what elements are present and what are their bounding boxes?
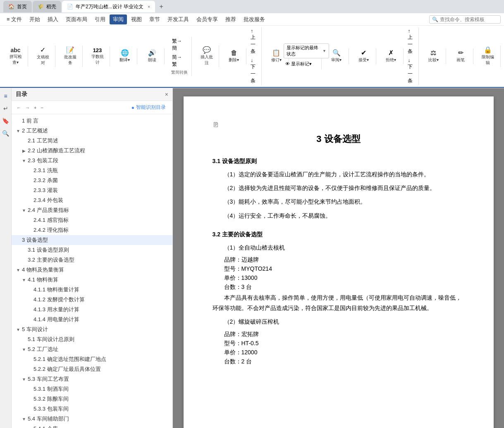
sidebar-tool-collapse[interactable]: −	[39, 104, 45, 111]
ribbon-btn-translate[interactable]: 🌐 翻译▾	[117, 48, 132, 64]
toc-item[interactable]: ▼5.3 车间工艺布置	[12, 374, 172, 384]
ribbon-btn-simp-to-trad[interactable]: 简→繁	[170, 53, 188, 69]
toc-content[interactable]: 1 前 言▼2 工艺概述 2.1 工艺简述▶2.2 山楂酒酿造工艺流程▼2.3 …	[12, 114, 172, 428]
ribbon-btn-prev2[interactable]: ↑ 上一条	[406, 27, 416, 56]
sidebar-tool-back[interactable]: ←	[15, 104, 23, 111]
toc-item[interactable]: 2.1 工艺简述	[12, 136, 172, 146]
toc-expand-icon[interactable]: ▼	[21, 208, 26, 213]
browser-tab-home[interactable]: 🏠 首页	[3, 1, 32, 12]
toc-expand-icon[interactable]: ▼	[16, 267, 21, 272]
toc-item[interactable]: ▼5.2 工厂选址	[12, 344, 172, 354]
toc-item[interactable]: 5.2.2 确定厂址最后具体位置	[12, 364, 172, 374]
toc-item[interactable]: 4.1.4 用电量的计算	[12, 315, 172, 325]
ribbon-btn-audit[interactable]: 🔍 审阅▾	[329, 48, 344, 64]
toc-item[interactable]: 5.3.1 制酒车间	[12, 384, 172, 394]
toc-expand-icon[interactable]: ▼	[21, 347, 26, 352]
menu-chapter[interactable]: 章节	[146, 14, 163, 24]
toc-item[interactable]: 4.1.3 用水量的计算	[12, 305, 172, 315]
toc-item[interactable]: 5.2.1 确定选址范围和建厂地点	[12, 354, 172, 364]
ribbon-btn-showmarks[interactable]: 👁 显示标记▾	[284, 60, 313, 68]
menu-review[interactable]: 审阅	[110, 14, 127, 24]
menu-recommend[interactable]: 推荐	[222, 14, 239, 24]
search-bar[interactable]: 🔍	[429, 15, 501, 24]
search-input[interactable]	[440, 17, 498, 22]
toc-item[interactable]: ▼2.4 产品质量指标	[12, 205, 172, 215]
toc-item[interactable]: 3 设备选型	[12, 235, 172, 245]
toc-expand-icon[interactable]: ▼	[21, 277, 26, 282]
ribbon-btn-spell[interactable]: abc 拼写检查▾	[7, 46, 24, 67]
toc-item[interactable]: 5.4.1 仓库	[12, 424, 172, 428]
sidebar-tool-expand[interactable]: +	[32, 104, 38, 111]
toc-item[interactable]: 5.3.3 包装车间	[12, 404, 172, 414]
toc-item[interactable]: ▼5 车间设计	[12, 325, 172, 334]
ribbon-btn-readout[interactable]: 🔊 朗读	[145, 48, 160, 64]
toc-item[interactable]: 4.1.1 物料衡量计算	[12, 285, 172, 295]
toc-item[interactable]: ▼2 工艺概述	[12, 126, 172, 136]
ribbon-btn-insert-comment[interactable]: 💬 插入批注	[198, 46, 215, 67]
ribbon-btn-revise[interactable]: 📋 修订▾	[269, 48, 284, 64]
marks-dropdown-label: 显示标记的最终状态	[287, 45, 321, 57]
toc-item[interactable]: 1 前 言	[12, 116, 172, 126]
toc-expand-icon[interactable]: ▼	[21, 416, 26, 421]
toc-item[interactable]: 4.1.2 发酵搅个数计算	[12, 295, 172, 305]
toc-item[interactable]: ▶2.2 山楂酒酿造工艺流程	[12, 146, 172, 156]
toc-item-label: 4.1.2 发酵搅个数计算	[33, 296, 85, 303]
ribbon-btn-next2[interactable]: ↓ 下一条	[406, 57, 416, 85]
ribbon-btn-delete[interactable]: 🗑 删除▾	[227, 48, 241, 64]
menu-file[interactable]: ≡ 文件	[3, 14, 25, 24]
toc-expand-icon[interactable]: ▼	[21, 377, 26, 382]
toc-item[interactable]: ▼2.3 包装工段	[12, 156, 172, 166]
doc-tab-close[interactable]: ×	[148, 4, 150, 9]
smart-identify-btn[interactable]: ● 智能识别目录	[128, 103, 169, 112]
ribbon-btn-prev[interactable]: ↑ 上一条	[249, 27, 259, 56]
menu-member[interactable]: 会员专享	[193, 14, 221, 24]
toc-item[interactable]: ▼4.1 物料衡算	[12, 275, 172, 285]
left-nav-search[interactable]: 🔍	[1, 129, 10, 138]
toc-expand-icon[interactable]: ▼	[16, 128, 21, 133]
left-nav-bookmark[interactable]: 🔖	[1, 116, 10, 125]
toc-item[interactable]: 2.4.2 理化指标	[12, 225, 172, 235]
toc-item[interactable]: 2.4.1 感官指标	[12, 215, 172, 225]
toc-item[interactable]: 5.1 车间设计总原则	[12, 334, 172, 344]
new-tab-button[interactable]: +	[156, 1, 166, 12]
left-nav-toc[interactable]: ≡	[1, 91, 10, 101]
menu-reference[interactable]: 引用	[91, 14, 109, 24]
toc-expand-icon[interactable]: ▼	[21, 158, 26, 163]
ribbon-btn-correction[interactable]: 📝 批改服务	[61, 46, 79, 67]
toc-item[interactable]: ▼4 物料及热量衡算	[12, 265, 172, 275]
browser-tab-doc[interactable]: 📄 年产2万吨山楂...设计 毕业论文 ×	[62, 1, 155, 12]
ribbon-btn-compare[interactable]: ⚖ 比较▾	[426, 48, 441, 64]
toc-item-label: 5.3.3 包装车间	[33, 405, 69, 413]
ribbon-btn-textcheck[interactable]: ✓ 文稿校对	[34, 46, 52, 67]
toc-item[interactable]: 2.3.3 灌装	[12, 185, 172, 195]
toc-expand-icon[interactable]: ▼	[16, 327, 21, 332]
ribbon-btn-next[interactable]: ↓ 下一条	[249, 57, 259, 85]
toc-item[interactable]: ▼5.4 车间辅助部门	[12, 414, 172, 424]
toc-expand-icon	[27, 307, 32, 312]
toc-expand-icon[interactable]: ▶	[21, 148, 26, 153]
sidebar-tool-forward[interactable]: →	[24, 104, 31, 111]
browser-tab-wps[interactable]: 🌾 稻壳	[33, 1, 61, 12]
menu-start[interactable]: 开始	[26, 14, 43, 24]
menu-correction[interactable]: 批改服务	[240, 14, 268, 24]
toc-item[interactable]: 2.3.2 杀菌	[12, 176, 172, 185]
ribbon-btn-wordcount[interactable]: 123 字数统计	[88, 46, 106, 67]
document-area[interactable]: 🖹 3 设备选型 3.1 设备选型原则 （1）选定的设备要适应山楂酒厂的生产能力…	[173, 88, 504, 428]
left-nav-return[interactable]: ↵	[1, 104, 10, 113]
sidebar-close-btn[interactable]: ×	[165, 91, 168, 98]
toc-item[interactable]: 2.3.1 洗瓶	[12, 166, 172, 176]
ribbon-btn-reject[interactable]: ✗ 拒绝▾	[384, 48, 399, 64]
toc-item[interactable]: 5.3.2 陈酿车间	[12, 394, 172, 404]
marks-dropdown[interactable]: 显示标记的最终状态 ▼	[284, 43, 329, 58]
menu-insert[interactable]: 插入	[44, 14, 62, 24]
ribbon-btn-trad-to-simp[interactable]: 繁→簡	[170, 37, 188, 53]
ribbon-btn-brush[interactable]: ✏ 画笔	[453, 48, 468, 64]
ribbon-btn-accept[interactable]: ✔ 接受▾	[356, 48, 371, 64]
toc-item[interactable]: 3.1 设备选型原则	[12, 245, 172, 255]
toc-item[interactable]: 3.2 主要的设备选型	[12, 255, 172, 265]
ribbon-btn-restrict[interactable]: 🔒 限制编辑	[479, 46, 497, 67]
menu-view[interactable]: 视图	[128, 14, 145, 24]
menu-dev[interactable]: 开发工具	[164, 14, 192, 24]
toc-item[interactable]: 2.3.4 外包装	[12, 195, 172, 205]
menu-layout[interactable]: 页面布局	[62, 14, 91, 24]
